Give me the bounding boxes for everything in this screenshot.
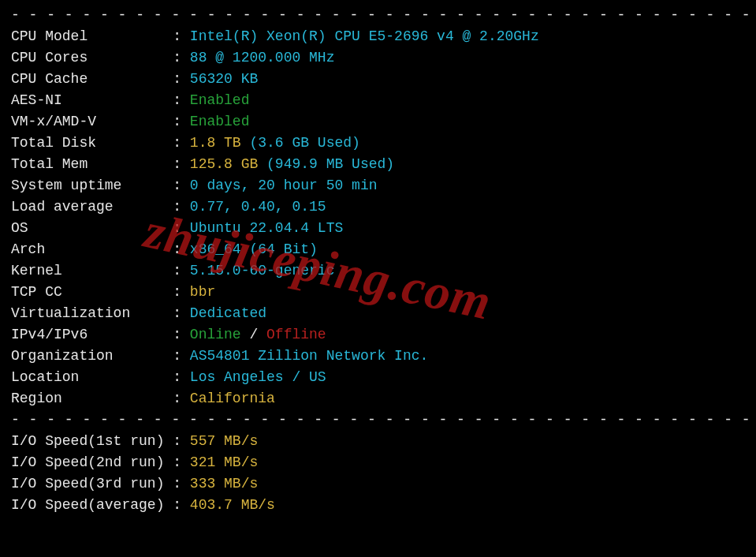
value-cpu-cache: 56320 KB xyxy=(190,71,258,87)
row-tcp-cc: TCP CC : bbr xyxy=(11,282,745,303)
value-load: 0.77, 0.40, 0.15 xyxy=(190,199,326,215)
row-total-mem: Total Mem : 125.8 GB (949.9 MB Used) xyxy=(11,154,745,175)
value-io-avg: 403.7 MB/s xyxy=(190,497,275,513)
value-total-mem-used: (949.9 MB Used) xyxy=(258,156,394,172)
value-vmx: Enabled xyxy=(190,114,250,129)
value-arch: x86_64 (64 Bit) xyxy=(190,241,318,257)
value-total-disk: 1.8 TB xyxy=(190,135,241,151)
label-io-avg: I/O Speed(average) xyxy=(11,497,164,513)
label-vmx: VM-x/AMD-V xyxy=(11,114,164,129)
label-cpu-model: CPU Model xyxy=(11,28,164,44)
label-org: Organization xyxy=(11,348,164,364)
row-aes-ni: AES-NI : Enabled xyxy=(11,90,745,111)
label-aes-ni: AES-NI xyxy=(11,92,164,108)
label-ipv: IPv4/IPv6 xyxy=(11,327,164,342)
label-total-mem: Total Mem xyxy=(11,156,164,172)
value-ipv6: Offline xyxy=(266,327,326,342)
label-tcp-cc: TCP CC xyxy=(11,284,164,300)
value-cpu-model: Intel(R) Xeon(R) CPU E5-2696 v4 @ 2.20GH… xyxy=(190,28,539,44)
value-uptime: 0 days, 20 hour 50 min xyxy=(190,178,378,193)
value-os: Ubuntu 22.04.4 LTS xyxy=(190,220,343,236)
value-kernel: 5.15.0-60-generic xyxy=(190,263,335,278)
row-uptime: System uptime : 0 days, 20 hour 50 min xyxy=(11,175,745,196)
row-location: Location : Los Angeles / US xyxy=(11,367,745,388)
row-kernel: Kernel : 5.15.0-60-generic xyxy=(11,260,745,282)
ipv-sep: / xyxy=(241,327,266,342)
row-vmx: VM-x/AMD-V : Enabled xyxy=(11,111,745,133)
row-arch: Arch : x86_64 (64 Bit) xyxy=(11,239,745,260)
value-total-disk-used: (3.6 GB Used) xyxy=(241,135,360,151)
value-cpu-cores: 88 @ 1200.000 MHz xyxy=(190,50,335,65)
row-total-disk: Total Disk : 1.8 TB (3.6 GB Used) xyxy=(11,133,745,154)
value-region: California xyxy=(190,391,275,406)
value-location: Los Angeles / US xyxy=(190,369,326,385)
divider-top: - - - - - - - - - - - - - - - - - - - - … xyxy=(11,5,745,26)
label-cpu-cores: CPU Cores xyxy=(11,50,164,65)
row-io-1: I/O Speed(1st run) : 557 MB/s xyxy=(11,431,745,452)
value-io-2: 321 MB/s xyxy=(190,454,258,470)
value-io-1: 557 MB/s xyxy=(190,433,258,449)
value-org: AS54801 Zillion Network Inc. xyxy=(190,348,428,364)
label-io-1: I/O Speed(1st run) xyxy=(11,433,164,449)
label-virt: Virtualization xyxy=(11,305,164,321)
row-cpu-cores: CPU Cores : 88 @ 1200.000 MHz xyxy=(11,47,745,69)
row-region: Region : California xyxy=(11,388,745,409)
label-load: Load average xyxy=(11,199,164,215)
value-io-3: 333 MB/s xyxy=(190,476,258,492)
label-kernel: Kernel xyxy=(11,263,164,278)
value-total-mem: 125.8 GB xyxy=(190,156,258,172)
row-io-2: I/O Speed(2nd run) : 321 MB/s xyxy=(11,452,745,473)
row-ipv: IPv4/IPv6 : Online / Offline xyxy=(11,324,745,346)
row-load: Load average : 0.77, 0.40, 0.15 xyxy=(11,196,745,218)
row-os: OS : Ubuntu 22.04.4 LTS xyxy=(11,218,745,239)
value-tcp-cc: bbr xyxy=(190,284,215,300)
label-total-disk: Total Disk xyxy=(11,135,164,151)
row-virt: Virtualization : Dedicated xyxy=(11,303,745,324)
label-os: OS xyxy=(11,220,164,236)
label-arch: Arch xyxy=(11,241,164,257)
label-location: Location xyxy=(11,369,164,385)
row-cpu-cache: CPU Cache : 56320 KB xyxy=(11,69,745,90)
row-org: Organization : AS54801 Zillion Network I… xyxy=(11,346,745,367)
value-ipv4: Online xyxy=(190,327,241,342)
row-cpu-model: CPU Model : Intel(R) Xeon(R) CPU E5-2696… xyxy=(11,26,745,47)
label-uptime: System uptime xyxy=(11,178,164,193)
label-io-3: I/O Speed(3rd run) xyxy=(11,476,164,492)
divider-mid: - - - - - - - - - - - - - - - - - - - - … xyxy=(11,409,745,431)
value-aes-ni: Enabled xyxy=(190,92,250,108)
row-io-3: I/O Speed(3rd run) : 333 MB/s xyxy=(11,473,745,495)
label-io-2: I/O Speed(2nd run) xyxy=(11,454,164,470)
label-cpu-cache: CPU Cache xyxy=(11,71,164,87)
value-virt: Dedicated xyxy=(190,305,266,321)
row-io-avg: I/O Speed(average) : 403.7 MB/s xyxy=(11,495,745,516)
label-region: Region xyxy=(11,391,164,406)
